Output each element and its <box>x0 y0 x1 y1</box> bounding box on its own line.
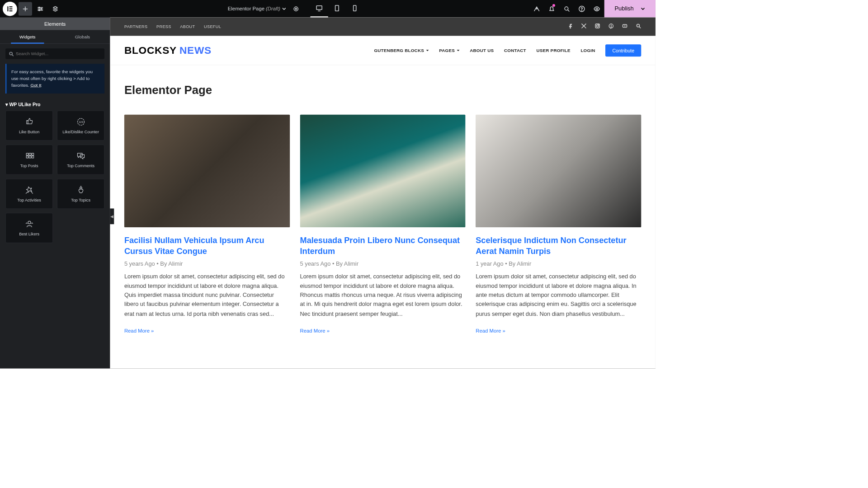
category-label: WP ULike Pro <box>9 102 40 107</box>
finder-icon[interactable] <box>529 0 544 18</box>
post-author[interactable]: By Alimir <box>160 260 183 267</box>
widget-like-dislike-counter[interactable]: 123Like/Dislike Counter <box>57 110 104 140</box>
topbar: Elementor Page (Draft) <box>0 0 656 18</box>
widget-top-activities[interactable]: Top Activities <box>5 178 53 208</box>
post-excerpt: Lorem ipsum dolor sit amet, consectetur … <box>124 272 290 319</box>
post-title[interactable]: Facilisi Nullam Vehicula Ipsum Arcu Curs… <box>124 235 290 257</box>
device-mobile[interactable] <box>346 0 363 18</box>
contribute-button[interactable]: Contribute <box>605 44 641 56</box>
svg-marker-46 <box>624 25 626 27</box>
topnav-item[interactable]: PRESS <box>156 24 171 29</box>
widget-top-posts[interactable]: Top Posts <box>5 145 53 174</box>
topnav-item[interactable]: USEFUL <box>204 24 221 29</box>
page-settings-icon[interactable] <box>289 2 303 15</box>
topnav-item[interactable]: PARTNERS <box>124 24 148 29</box>
add-element-button[interactable] <box>19 2 32 15</box>
widget-top-comments[interactable]: Top Comments <box>57 145 104 174</box>
widget-top-topics[interactable]: Top Topics <box>57 178 104 208</box>
tab-globals[interactable]: Globals <box>55 30 110 43</box>
post-image[interactable] <box>124 115 290 227</box>
post-image[interactable] <box>300 115 466 227</box>
widget-label: Best Likers <box>19 231 39 236</box>
pinterest-icon[interactable] <box>609 23 614 30</box>
device-tablet[interactable] <box>328 0 346 18</box>
svg-rect-27 <box>27 120 28 124</box>
widget-like-button[interactable]: Like Button <box>5 110 53 140</box>
publish-label: Publish <box>615 5 634 12</box>
svg-rect-31 <box>29 153 31 155</box>
topnav-item[interactable]: ABOUT <box>180 24 195 29</box>
chevron-down-icon <box>641 6 646 11</box>
post-image[interactable] <box>476 115 641 227</box>
collapse-panel[interactable]: ◀ <box>110 208 114 224</box>
site-brand[interactable]: BLOCKSY NEWS <box>124 45 212 56</box>
search-input[interactable] <box>16 51 101 56</box>
svg-point-14 <box>295 8 297 9</box>
structure-icon[interactable] <box>48 2 62 15</box>
post-author[interactable]: By Alimir <box>509 260 531 267</box>
preview-icon[interactable] <box>590 0 604 18</box>
svg-rect-30 <box>26 153 28 155</box>
svg-rect-1 <box>9 6 13 7</box>
svg-point-13 <box>294 7 298 11</box>
main-nav: GUTENBERG BLOCKS PAGES ABOUT US CONTACT … <box>374 44 641 56</box>
widget-label: Like Button <box>19 129 39 134</box>
x-icon[interactable] <box>581 23 586 30</box>
svg-point-40 <box>28 221 31 224</box>
read-more-link[interactable]: Read More » <box>124 328 154 334</box>
widget-label: Top Topics <box>71 197 90 202</box>
nav-about-us[interactable]: ABOUT US <box>470 48 494 53</box>
svg-rect-35 <box>32 156 34 158</box>
post-excerpt: Lorem ipsum dolor sit amet, consectetur … <box>476 272 641 319</box>
preview-canvas: PARTNERS PRESS ABOUT USEFUL BLOCKSY <box>110 18 656 369</box>
post-card: Malesuada Proin Libero Nunc Consequat In… <box>300 115 466 334</box>
read-more-link[interactable]: Read More » <box>300 328 330 334</box>
site-header: BLOCKSY NEWS GUTENBERG BLOCKS PAGES ABOU… <box>110 36 656 65</box>
widget-category[interactable]: ▾ WP ULike Pro <box>5 102 104 107</box>
page-title: Elementor Page <box>124 84 641 97</box>
tab-widgets[interactable]: Widgets <box>0 30 55 43</box>
youtube-icon[interactable] <box>622 23 627 30</box>
help-icon[interactable] <box>574 0 589 18</box>
nav-contact[interactable]: CONTACT <box>504 48 526 53</box>
post-title[interactable]: Malesuada Proin Libero Nunc Consequat In… <box>300 235 466 257</box>
svg-line-36 <box>26 192 27 193</box>
svg-point-23 <box>582 10 582 11</box>
instagram-icon[interactable] <box>595 23 600 30</box>
search-widget[interactable] <box>5 48 104 59</box>
post-meta: 5 years Ago • By Alimir <box>124 260 290 267</box>
elementor-logo[interactable] <box>3 1 17 16</box>
svg-rect-15 <box>316 6 322 9</box>
svg-rect-33 <box>26 156 28 158</box>
settings-icon[interactable] <box>33 2 47 15</box>
svg-rect-17 <box>335 5 339 11</box>
nav-pages[interactable]: PAGES <box>439 48 459 53</box>
hint-text: For easy access, favorite the widgets yo… <box>11 69 93 88</box>
facebook-icon[interactable] <box>567 23 573 30</box>
panel-title: Elements <box>0 18 110 30</box>
svg-rect-34 <box>29 156 31 158</box>
search-icon[interactable] <box>559 0 574 18</box>
nav-gutenberg-blocks[interactable]: GUTENBERG BLOCKS <box>374 48 429 53</box>
device-desktop[interactable] <box>311 0 328 18</box>
post-meta: 1 year Ago • By Alimir <box>476 260 641 267</box>
hint-got-it[interactable]: Got It <box>30 83 41 88</box>
brand-a: BLOCKSY <box>124 45 177 56</box>
read-more-link[interactable]: Read More » <box>476 328 505 334</box>
nav-login[interactable]: LOGIN <box>580 48 595 53</box>
brand-b: NEWS <box>179 45 212 56</box>
document-title[interactable]: Elementor Page (Draft) <box>228 6 287 12</box>
post-title[interactable]: Scelerisque Indictum Non Consectetur Aer… <box>476 235 641 257</box>
search-icon[interactable] <box>636 23 641 30</box>
svg-line-26 <box>12 54 13 56</box>
post-card: Facilisi Nullam Vehicula Ipsum Arcu Curs… <box>124 115 290 334</box>
widget-best-likers[interactable]: Best Likers <box>5 213 53 243</box>
widget-label: Like/Dislike Counter <box>62 129 99 134</box>
publish-button[interactable]: Publish <box>604 0 656 18</box>
notifications-icon[interactable] <box>544 0 559 18</box>
posts-grid: Facilisi Nullam Vehicula Ipsum Arcu Curs… <box>124 115 641 334</box>
svg-line-37 <box>31 192 33 193</box>
nav-user-profile[interactable]: USER PROFILE <box>536 48 570 53</box>
post-card: Scelerisque Indictum Non Consectetur Aer… <box>476 115 641 334</box>
post-author[interactable]: By Alimir <box>336 260 359 267</box>
